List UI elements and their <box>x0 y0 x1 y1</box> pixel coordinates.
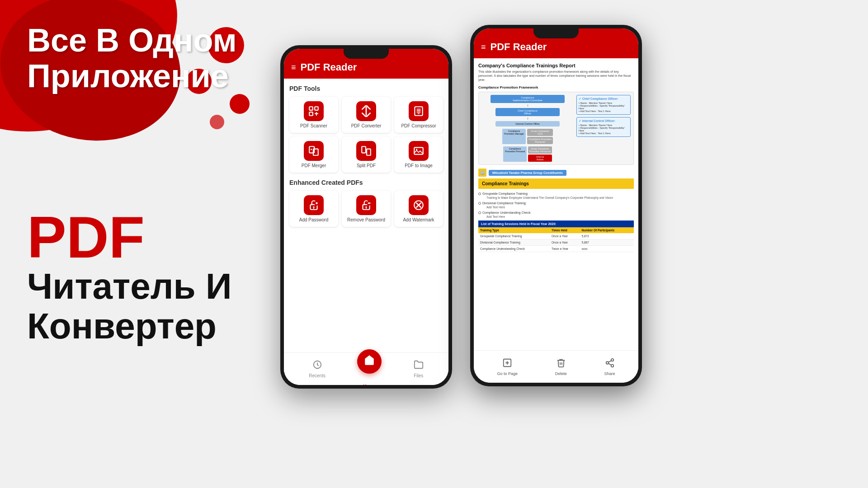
training-sub-1: Training to Make Employee Understand The… <box>478 196 634 199</box>
split-pdf-label: Split PDF <box>357 163 376 168</box>
table-row-1: Divisional Compliance Training Once a Ye… <box>478 239 634 246</box>
svg-point-46 <box>611 364 613 367</box>
nav-go-to-page[interactable]: Go to Page <box>497 358 518 376</box>
pdf-compressor-label: PDF Compressor <box>401 123 436 128</box>
pdf-tools-grid: PDF Scanner PDF Converter PDF Compressor <box>289 97 443 173</box>
pdf-to-image-icon <box>409 141 429 161</box>
phone-1: ≡ PDF Reader PDF Tools PDF Scanner <box>280 45 452 389</box>
recents-label: Recents <box>309 373 326 378</box>
delete-icon <box>556 358 566 370</box>
nav-delete[interactable]: Delete <box>555 358 567 376</box>
tool-pdf-compressor[interactable]: PDF Compressor <box>394 97 443 133</box>
training-item-1: Groupwide Compliance Training: <box>478 191 634 196</box>
table-col-2: Number Of Participants <box>580 227 634 233</box>
info-box-2-title: ✓ Internal Control Officer: <box>579 119 628 123</box>
share-label: Share <box>604 371 615 376</box>
row1-col1: Once a Year <box>550 239 580 246</box>
add-watermark-icon <box>409 195 429 215</box>
phone-1-content: PDF Tools PDF Scanner PDF Converter <box>284 79 448 385</box>
phone-2-screen: ≡ PDF Reader Company's Compliance Traini… <box>474 28 638 383</box>
nav-share[interactable]: Share <box>604 358 615 376</box>
phone-1-screen: ≡ PDF Reader PDF Tools PDF Scanner <box>284 49 448 385</box>
svg-point-33 <box>365 206 367 208</box>
phone-2-nav: Go to Page Delete Share <box>474 350 638 383</box>
info-box-1-title: ✓ Chief Compliance Officer: <box>579 97 628 101</box>
svg-rect-20 <box>362 146 366 153</box>
pdf-merger-label: PDF Merger <box>302 163 326 168</box>
doc-subtitle: This slide illustrates the organization'… <box>478 70 634 82</box>
svg-rect-21 <box>367 149 371 155</box>
row0-col0: Groupwide Compliance Training <box>478 233 550 239</box>
training-dot-2 <box>478 202 481 205</box>
remove-password-label: Remove Password <box>347 217 385 222</box>
row2-col1: Twice a Year <box>550 246 580 252</box>
home-icon <box>363 354 375 369</box>
go-to-page-label: Go to Page <box>497 371 518 376</box>
svg-point-45 <box>606 361 609 364</box>
phone-2: ≡ PDF Reader Company's Compliance Traini… <box>470 25 642 386</box>
add-password-label: Add Password <box>299 217 328 222</box>
table-col-0: Training Type <box>478 227 550 233</box>
pdf-merger-icon <box>304 141 324 161</box>
phone-1-nav: Recents Home Files <box>284 352 448 385</box>
pdf-scanner-label: PDF Scanner <box>300 123 327 128</box>
svg-rect-24 <box>414 147 423 154</box>
org-box-8: Group CompaniesPromotion Personnel <box>528 146 552 154</box>
delete-label: Delete <box>555 371 567 376</box>
remove-password-icon <box>356 195 376 215</box>
company-badge-icon: 🏢 <box>478 169 486 177</box>
table-row-2: Compliance Understanding Check Twice a Y… <box>478 246 634 252</box>
phone-1-notch <box>344 49 389 59</box>
org-box-4: CompliancePromotion Manager <box>502 129 526 144</box>
phone-2-content: Company's Compliance Trainings Report Th… <box>474 58 638 351</box>
tool-pdf-converter[interactable]: PDF Converter <box>342 97 391 133</box>
svg-point-44 <box>611 358 613 361</box>
org-box-1: ComplianceImplementation Committee <box>491 95 564 103</box>
info-box-compliance-officer: ✓ Chief Compliance Officer: • Name : Men… <box>576 95 631 115</box>
org-box-3: Internal Control Office <box>495 121 560 127</box>
training-dot-3 <box>478 211 481 214</box>
enhanced-section-title: Enhanced Created PDFs <box>289 179 443 186</box>
training-label-1: Groupwide Compliance Training: <box>482 192 528 195</box>
menu-icon[interactable]: ≡ <box>291 63 296 72</box>
pdf-label: PDF <box>27 208 253 267</box>
pdf-compressor-icon <box>409 101 429 121</box>
bottom-text-area: PDF Читатель И Конвертер <box>27 208 253 346</box>
home-button[interactable] <box>357 349 382 374</box>
table-col-1: Times Held <box>550 227 580 233</box>
tool-remove-password[interactable]: Remove Password <box>342 191 391 227</box>
nav-files[interactable]: Files <box>414 360 424 378</box>
split-pdf-icon <box>356 141 376 161</box>
app-title-phone1: PDF Reader <box>301 61 357 73</box>
tool-split-pdf[interactable]: Split PDF <box>342 136 391 173</box>
phone2-menu-icon[interactable]: ≡ <box>481 42 486 52</box>
tool-add-watermark[interactable]: Add Watermark <box>394 191 443 227</box>
row0-col2: 5,872 <box>580 233 634 239</box>
home-label: Home <box>363 384 376 385</box>
pdf-converter-label: PDF Converter <box>351 123 382 128</box>
left-content-area: Все В Одном Приложение <box>27 23 253 94</box>
pdf-tools-section-title: PDF Tools <box>289 85 443 92</box>
tool-add-password[interactable]: Add Password <box>289 191 338 227</box>
pdf-scanner-icon <box>304 101 324 121</box>
nav-recents[interactable]: Recents <box>309 360 326 378</box>
company-badge: Mitsubishi Tanabe Pharma Group Constitue… <box>489 170 566 176</box>
recents-icon <box>312 360 322 372</box>
tool-pdf-scanner[interactable]: PDF Scanner <box>289 97 338 133</box>
add-password-icon <box>304 195 324 215</box>
nav-home[interactable]: Home <box>357 349 382 385</box>
org-box-7: CompliancePromotion Personal <box>503 146 527 162</box>
share-icon <box>605 358 615 370</box>
org-box-9: InternalHotline <box>528 155 552 162</box>
row0-col1: Once a Year <box>550 233 580 239</box>
svg-rect-6 <box>309 107 313 110</box>
training-label-2: Divisional Compliance Training: <box>482 202 527 205</box>
subtitle-line2: Конвертер <box>27 306 217 346</box>
tool-pdf-merger[interactable]: PDF Merger <box>289 136 338 173</box>
svg-rect-7 <box>315 107 318 110</box>
add-watermark-label: Add Watermark <box>403 217 434 222</box>
tool-pdf-to-image[interactable]: PDF to Image <box>394 136 443 173</box>
subtitle-text: Читатель И Конвертер <box>27 267 253 346</box>
training-item-2: Divisional Compliance Training: <box>478 201 634 206</box>
training-table: Training Type Times Held Number Of Parti… <box>478 227 634 252</box>
